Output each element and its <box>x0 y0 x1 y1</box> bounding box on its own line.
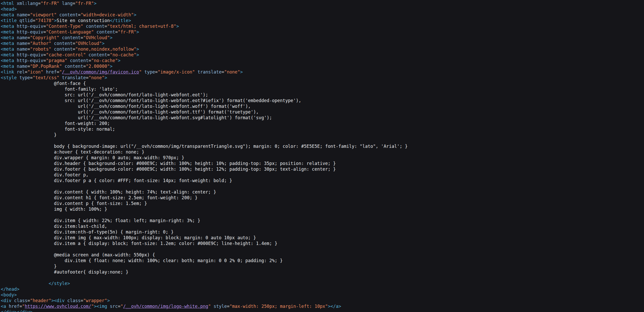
punctuation-token: = <box>27 35 30 40</box>
punctuation-token: = <box>227 304 229 309</box>
attribute-value-token: " <box>22 304 25 309</box>
css-code-token: src: url('/__ovh/common/font/lato-light-… <box>1 92 208 97</box>
url-link[interactable]: https://www.ovhcloud.com/ <box>25 304 91 309</box>
css-code-token: div.item { width: 22%; float: left; marg… <box>1 218 200 223</box>
tag-token: > <box>94 1 96 6</box>
attribute-name-token: type <box>17 75 30 80</box>
tag-token: <meta <box>1 35 14 40</box>
css-code-token: url('/__ovh/common/font/lato-light-webfo… <box>1 104 251 109</box>
attribute-name-token: http-equiv <box>14 52 43 57</box>
source-line: <html xml:lang="fr-FR" lang="fr-FR"> <box>1 1 644 6</box>
source-line: div.item { float: none; width: 100%; cle… <box>1 258 644 263</box>
source-line: <meta name="Copyright" content="OVHcloud… <box>1 35 644 41</box>
tag-token: > <box>110 64 112 69</box>
attribute-value-token: "robots" <box>30 47 51 52</box>
source-line <box>1 138 644 143</box>
tag-token: > <box>240 69 243 75</box>
css-code-token: url('/__ovh/common/font/lato-light-webfo… <box>1 115 272 120</box>
css-code-token: @font-face { <box>1 81 86 86</box>
source-line: url('/__ovh/common/font/lato-light-webfo… <box>1 109 644 115</box>
source-line <box>1 183 644 189</box>
source-line: <body> <box>1 292 644 298</box>
attribute-name-token: type <box>142 69 155 75</box>
tag-token: <meta <box>1 47 14 52</box>
source-line: <head> <box>1 6 644 12</box>
punctuation-token: = <box>38 1 41 6</box>
attribute-name-token: qtlid <box>17 18 32 23</box>
source-line: div.header { background-color: #000E9C; … <box>1 161 644 166</box>
css-code-token: div.footer p a { color: #FFF; font-size:… <box>1 178 232 183</box>
source-line: <div class="header"><div class="wrapper"… <box>1 298 644 303</box>
punctuation-token: = <box>107 52 110 57</box>
tag-token: <meta <box>1 52 14 57</box>
source-line: div.content { width: 100%; height: 74%; … <box>1 189 644 195</box>
attribute-value-token: "Author" <box>30 41 51 46</box>
attribute-value-token: "width=device-width" <box>81 12 134 17</box>
css-code-token: } <box>1 264 57 269</box>
punctuation-token: = <box>43 24 46 29</box>
tag-token: <style <box>1 75 17 80</box>
source-line: div.item:nth-of-type(5n) { margin-right:… <box>1 229 644 235</box>
attribute-value-token: "image/x-icon" <box>158 69 195 75</box>
source-line: <meta http-equiv="Content-Type" content=… <box>1 23 644 29</box>
punctuation-token: = <box>25 69 27 75</box>
source-line: <meta http-equiv="cache-control" content… <box>1 52 644 58</box>
attribute-name-token: name <box>14 12 27 17</box>
attribute-value-token: "no-cache" <box>91 58 118 63</box>
punctuation-token: = <box>27 41 30 46</box>
tag-token: <meta <box>1 58 14 63</box>
source-line: <link rel="icon" href="/__ovh/common/img… <box>1 69 644 75</box>
punctuation-token: = <box>89 58 91 63</box>
tag-token: </style> <box>49 281 70 286</box>
punctuation-token: = <box>118 304 120 309</box>
tag-token: > <box>110 35 112 40</box>
punctuation-token: = <box>27 298 30 303</box>
punctuation-token: = <box>57 69 59 75</box>
attribute-value-token: "icon" <box>27 69 43 75</box>
punctuation-token: = <box>86 75 89 80</box>
attribute-name-token: class <box>65 298 81 303</box>
punctuation-token: = <box>72 1 75 6</box>
tag-token: ><div <box>51 298 65 303</box>
punctuation-token: = <box>27 12 30 17</box>
source-line: <meta name="viewport" content="width=dev… <box>1 12 644 18</box>
css-code-token: div.item a { display: block; font-size: … <box>1 241 277 246</box>
css-code-token: div.footer p, <box>1 172 89 177</box>
css-code-token: body { background-image: url("/__ovh/com… <box>1 144 408 149</box>
css-code-token: div.content h1 { font-size: 2.5em; font-… <box>1 195 197 200</box>
attribute-name-token: translate <box>59 75 86 80</box>
punctuation-token: = <box>81 298 83 303</box>
attribute-value-token: "pragma" <box>46 58 67 63</box>
attribute-value-token: "OVHcloud" <box>83 35 110 40</box>
css-code-token: url('/__ovh/common/font/lato-light-webfo… <box>1 109 259 115</box>
source-line: <style type="text/css" translate="none"> <box>1 75 644 81</box>
punctuation-token: = <box>30 75 33 80</box>
punctuation-token: = <box>19 304 22 309</box>
attribute-name-token: rel <box>14 69 25 75</box>
attribute-name-token: content <box>86 52 107 57</box>
tag-token: > <box>104 75 107 80</box>
url-link[interactable]: /__ovh/common/img/logo-white.png <box>123 304 208 309</box>
css-code-token: div.item { float: none; width: 100%; cle… <box>1 258 283 263</box>
punctuation-token: = <box>27 47 30 52</box>
source-line: <meta http-equiv="pragma" content="no-ca… <box>1 58 644 63</box>
attribute-value-token: "wrapper" <box>83 298 107 303</box>
tag-token: <head> <box>1 6 17 12</box>
tag-token: > <box>176 24 179 29</box>
attribute-value-token: " <box>208 304 211 309</box>
source-line: font-weight: 200; <box>1 121 644 126</box>
tag-token: <a <box>1 304 6 309</box>
source-line: font-style: normal; <box>1 126 644 132</box>
source-line: font-family: 'lato'; <box>1 86 644 92</box>
attribute-value-token: "header" <box>30 298 51 303</box>
attribute-value-token: "none" <box>89 75 104 80</box>
source-line: div.item a { display: block; font-size: … <box>1 241 644 246</box>
tag-token: <title <box>1 18 17 23</box>
source-line: div.wrapper { margin: 0 auto; max-width:… <box>1 155 644 161</box>
attribute-name-token: style <box>211 304 227 309</box>
attribute-value-token: "cache-control" <box>46 52 86 57</box>
attribute-name-token: translate <box>195 69 221 75</box>
attribute-value-token: "text/html; charset=utf-8" <box>107 24 176 29</box>
source-code-view[interactable]: <html xml:lang="fr-FR" lang="fr-FR"><hea… <box>0 0 644 312</box>
url-link[interactable]: /__ovh/common/img/favicon.ico <box>62 69 139 75</box>
